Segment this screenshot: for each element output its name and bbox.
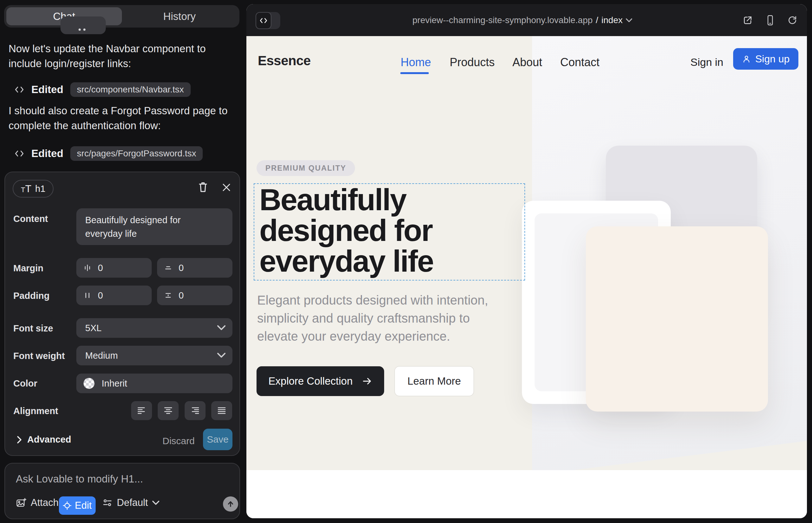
padding-vertical-icon [163,291,173,300]
person-icon [742,54,751,63]
learn-more-button[interactable]: Learn More [394,366,474,396]
chat-message: Now let's update the Navbar component to… [8,41,206,71]
premium-badge: PREMIUM QUALITY [257,160,355,176]
font-size-label: Font size [13,323,53,334]
nav-home[interactable]: Home [401,56,431,69]
margin-vertical-icon [163,263,173,273]
font-size-select[interactable]: 5XL [76,318,232,338]
truncated-chip [60,16,106,34]
preview-url[interactable]: preview--charming-site-symphony.lovable.… [412,4,632,36]
delete-element-button[interactable] [197,181,209,193]
edited-label: Edited [31,84,63,96]
decor-beige-card [586,227,768,412]
arrow-right-icon [362,376,372,386]
refresh-icon[interactable] [787,15,797,25]
element-tag: h1 [35,184,45,194]
chevron-right-icon [16,436,22,444]
sliders-icon [102,498,112,507]
nav-contact[interactable]: Contact [560,56,600,69]
padding-x-input[interactable]: 0 [76,286,152,305]
tab-history[interactable]: History [122,7,237,25]
chat-tab-bar: Chat History [4,5,240,28]
sign-up-button[interactable]: Sign up [733,48,798,70]
preview-frame: preview--charming-site-symphony.lovable.… [246,4,807,518]
hero-headline[interactable]: Beautifully designed for everyday life [259,184,433,276]
color-label: Color [13,378,37,389]
color-select[interactable]: Inherit [76,374,232,393]
margin-y-input[interactable]: 0 [157,258,232,278]
align-right-button[interactable] [184,401,206,420]
content-input[interactable]: Beautifully designed for everyday life [76,208,232,245]
site-logo[interactable]: Essence [258,53,311,68]
mobile-view-icon[interactable] [765,15,775,26]
file-chip[interactable]: src/components/Navbar.tsx [70,82,191,97]
chat-message: I should also create a Forgot Password p… [8,103,228,133]
save-button[interactable]: Save [203,429,232,450]
element-editor-panel: TT h1 Content Beautifully designed for e… [4,172,240,456]
padding-label: Padding [13,291,49,301]
font-weight-select[interactable]: Medium [76,346,232,365]
edited-label: Edited [31,147,63,160]
edit-mode-button[interactable]: Edit [59,497,96,515]
font-weight-label: Font weight [13,351,65,361]
nav-about[interactable]: About [512,56,542,69]
align-justify-button[interactable] [211,401,232,420]
file-chip[interactable]: src/pages/ForgotPassword.tsx [70,146,203,161]
content-label: Content [13,214,48,224]
color-swatch [83,378,95,389]
preview-topbar: preview--charming-site-symphony.lovable.… [246,4,807,36]
code-view-icon[interactable] [255,12,271,29]
chevron-down-icon [152,501,159,505]
hero-paragraph: Elegant products designed with intention… [257,291,488,345]
code-icon [14,86,24,94]
align-left-button[interactable] [131,401,152,420]
code-icon [14,149,24,158]
chevron-down-icon [217,353,226,358]
explore-collection-button[interactable]: Explore Collection [257,366,384,396]
hero-section: Essence Home Products About Contact Sign… [246,36,807,470]
alignment-label: Alignment [13,406,58,416]
composer-input[interactable]: Ask Lovable to modify H1... [16,473,143,485]
default-mode-select[interactable]: Default [102,497,159,508]
edited-file-row[interactable]: Edited src/pages/ForgotPassword.tsx [14,146,203,161]
edited-file-row[interactable]: Edited src/components/Navbar.tsx [14,82,191,97]
attach-button[interactable]: Attach [16,497,58,508]
site-page: Essence Home Products About Contact Sign… [246,36,807,518]
element-tag-pill: TT h1 [13,180,54,198]
margin-horizontal-icon [83,263,92,273]
chat-composer: Ask Lovable to modify H1... Attach Edit … [4,463,240,519]
type-icon: TT [21,183,31,195]
active-nav-indicator [400,72,429,74]
chevron-down-icon [626,18,632,22]
code-preview-toggle[interactable] [255,12,280,29]
attach-image-icon [16,497,26,508]
target-icon [63,501,72,510]
nav-products[interactable]: Products [450,56,495,69]
padding-horizontal-icon [83,291,92,300]
margin-label: Margin [13,263,43,273]
chevron-down-icon [217,325,226,330]
advanced-toggle[interactable]: Advanced [16,434,71,445]
margin-x-input[interactable]: 0 [76,258,152,278]
align-center-button[interactable] [158,401,179,420]
sign-in-link[interactable]: Sign in [690,56,723,68]
padding-y-input[interactable]: 0 [157,286,232,305]
open-in-new-icon[interactable] [742,15,753,26]
close-icon[interactable] [222,183,231,192]
discard-button[interactable]: Discard [162,436,195,446]
send-button[interactable] [223,497,238,511]
